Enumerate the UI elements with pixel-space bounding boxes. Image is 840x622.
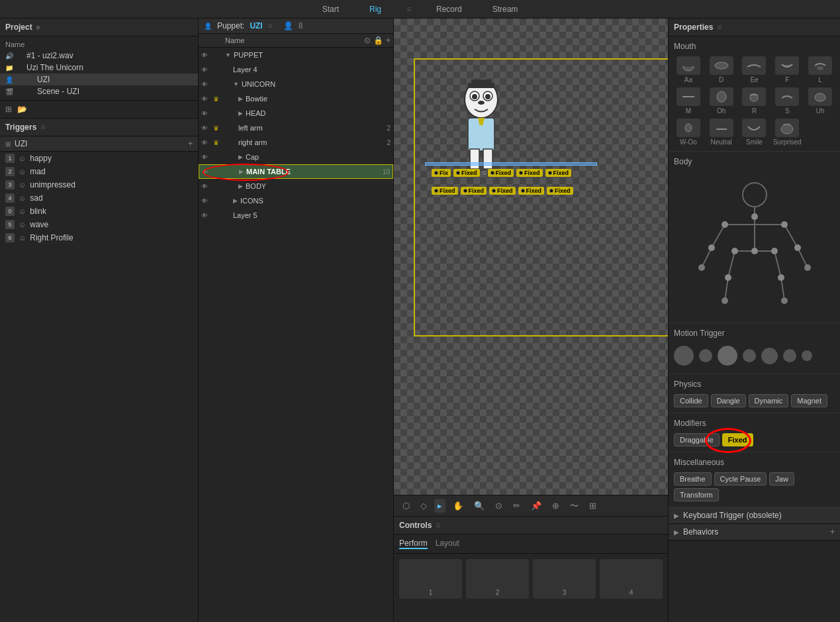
expand-puppet[interactable]: ▼: [225, 52, 231, 58]
viseme-l[interactable]: L: [806, 56, 835, 83]
expand-head[interactable]: ▶: [238, 110, 243, 117]
layer-vis-cap[interactable]: 👁: [201, 154, 210, 161]
tool-anchor[interactable]: 📌: [528, 499, 545, 513]
layers-lock-icon[interactable]: 🔒: [373, 36, 383, 45]
badge-fixed-7[interactable]: Fixed: [489, 187, 516, 195]
badge-fix[interactable]: Fix: [432, 169, 451, 177]
viseme-f[interactable]: F: [772, 56, 802, 83]
tree-item-unicorn[interactable]: 📁 Uzi The Unicorn: [0, 62, 198, 74]
motion-circle-3[interactable]: [718, 346, 737, 366]
layer-layer4[interactable]: 👁 Layer 4: [199, 62, 393, 77]
btn-cycle-pause[interactable]: Cycle Pause: [714, 472, 767, 486]
layer-vis-maintable[interactable]: 👁: [202, 168, 211, 176]
viseme-aa[interactable]: Aa: [674, 56, 703, 83]
tool-diamond[interactable]: ◇: [417, 499, 430, 513]
tool-zoom[interactable]: 🔍: [471, 499, 488, 513]
trigger-group-uzi[interactable]: ⊞ UZI +: [0, 136, 198, 152]
layers-camera-icon[interactable]: ⊙: [364, 36, 371, 45]
layer-vis-body[interactable]: 👁: [201, 183, 210, 190]
motion-circle-4[interactable]: [743, 349, 756, 362]
expand-maintable[interactable]: ▶: [239, 168, 244, 175]
properties-menu-icon[interactable]: ≡: [717, 23, 722, 32]
behaviors-section[interactable]: ▶ Behaviors +: [669, 524, 840, 541]
control-slot-1[interactable]: 1: [399, 559, 462, 599]
layer-puppet[interactable]: 👁 ▼ PUPPET: [199, 48, 393, 62]
tool-grid[interactable]: ⊞: [586, 499, 600, 513]
tool-shapes[interactable]: ⬡: [399, 499, 413, 513]
motion-circle-7[interactable]: [802, 350, 812, 361]
tree-item-scene[interactable]: 🎬 Scene - UZI: [0, 85, 198, 97]
viseme-neutral[interactable]: Neutral: [707, 119, 736, 146]
trigger-happy[interactable]: 1 ☺ happy: [0, 152, 198, 165]
control-slot-2[interactable]: 2: [466, 559, 529, 599]
trigger-wave[interactable]: 5 ☺ wave: [0, 218, 198, 231]
control-slot-4[interactable]: 4: [600, 559, 663, 599]
trigger-mad[interactable]: 2 ☺ mad: [0, 165, 198, 178]
badge-fixed-5[interactable]: Fixed: [432, 187, 458, 195]
viseme-m[interactable]: M: [674, 87, 703, 115]
nav-record[interactable]: Record: [431, 2, 467, 17]
layer-maintable[interactable]: 👁 ▶ MAIN TABLE 10: [199, 164, 393, 179]
layer-vis-bowtie[interactable]: 👁: [201, 95, 210, 103]
viseme-d[interactable]: D: [707, 56, 736, 83]
btn-dynamic[interactable]: Dynamic: [749, 394, 789, 407]
tool-hand[interactable]: ✋: [449, 499, 467, 513]
layer-vis-layer5[interactable]: 👁: [201, 212, 210, 219]
nav-stream[interactable]: Stream: [487, 2, 524, 17]
badge-fixed-1[interactable]: Fixed: [453, 169, 480, 177]
add-behavior-icon[interactable]: +: [830, 527, 835, 537]
viseme-s[interactable]: S: [772, 87, 802, 115]
tool-pen[interactable]: ✏: [510, 499, 524, 513]
viseme-woo[interactable]: W-Oo: [674, 119, 703, 146]
folder-open-icon[interactable]: 📂: [17, 105, 27, 114]
btn-breathe[interactable]: Breathe: [674, 472, 712, 486]
tool-pin[interactable]: ⊙: [492, 499, 506, 513]
viseme-smile[interactable]: Smile: [740, 119, 769, 146]
tree-item-audio[interactable]: 🔊 #1 - uzi2.wav: [0, 50, 198, 62]
badge-fixed-9[interactable]: Fixed: [547, 187, 573, 195]
btn-jaw[interactable]: Jaw: [769, 472, 794, 486]
tool-warp[interactable]: 〜: [567, 498, 582, 514]
grid-icon[interactable]: ⊞: [5, 105, 12, 114]
motion-circle-1[interactable]: [674, 346, 694, 366]
trigger-rightprofile[interactable]: 6 ☺ Right Profile: [0, 231, 198, 244]
viseme-r[interactable]: R: [740, 87, 769, 115]
btn-magnet[interactable]: Magnet: [791, 394, 827, 407]
motion-circle-2[interactable]: [699, 349, 712, 362]
project-menu-icon[interactable]: ≡: [36, 24, 40, 31]
layer-vis-icons[interactable]: 👁: [201, 197, 210, 205]
controls-menu-icon[interactable]: ≡: [436, 521, 440, 530]
layer-vis-unicorn[interactable]: 👁: [201, 81, 210, 88]
viseme-surprised[interactable]: Surprised: [772, 119, 802, 146]
btn-collide[interactable]: Collide: [674, 394, 708, 407]
layer-cap[interactable]: 👁 ▶ Cap: [199, 150, 393, 164]
layer-unicorn[interactable]: 👁 ▼ UNICORN: [199, 77, 393, 91]
motion-circle-5[interactable]: [761, 348, 778, 364]
layer-rightarm[interactable]: 👁 ♛ right arm 2: [199, 135, 393, 150]
expand-cap[interactable]: ▶: [238, 154, 243, 160]
trigger-blink[interactable]: 0 ☺ blink: [0, 205, 198, 218]
expand-bowtie[interactable]: ▶: [238, 95, 243, 102]
layer-body[interactable]: 👁 ▶ BODY: [199, 179, 393, 193]
trigger-sad[interactable]: 4 ☺ sad: [0, 191, 198, 205]
btn-fixed[interactable]: Fixed: [722, 433, 753, 446]
layer-vis-leftarm[interactable]: 👁: [201, 125, 210, 132]
layer-layer5[interactable]: 👁 Layer 5: [199, 208, 393, 223]
layer-head[interactable]: 👁 ▶ HEAD: [199, 106, 393, 121]
control-slot-3[interactable]: 3: [533, 559, 596, 599]
layers-plus-icon[interactable]: +: [386, 36, 391, 45]
layer-bowtie[interactable]: 👁 ♛ ▶ Bowtie: [199, 91, 393, 106]
canvas-viewport[interactable]: Fix Fixed Fixed Fixed Fixed Fixed: [394, 19, 668, 495]
badge-fixed-4[interactable]: Fixed: [545, 169, 572, 177]
layer-icons[interactable]: 👁 ▶ ICONS: [199, 193, 393, 208]
puppet-menu-icon[interactable]: ≡: [268, 21, 273, 30]
add-trigger-icon[interactable]: +: [188, 139, 193, 148]
motion-circle-6[interactable]: [783, 349, 796, 362]
viseme-uh[interactable]: Uh: [806, 87, 835, 115]
layer-vis-puppet[interactable]: 👁: [201, 52, 210, 59]
btn-dangle[interactable]: Dangle: [711, 394, 746, 407]
tree-item-uzi[interactable]: 👤 UZI: [0, 74, 198, 85]
expand-body[interactable]: ▶: [238, 183, 243, 189]
badge-fixed-2[interactable]: Fixed: [488, 169, 514, 177]
badge-fixed-8[interactable]: Fixed: [518, 187, 545, 195]
